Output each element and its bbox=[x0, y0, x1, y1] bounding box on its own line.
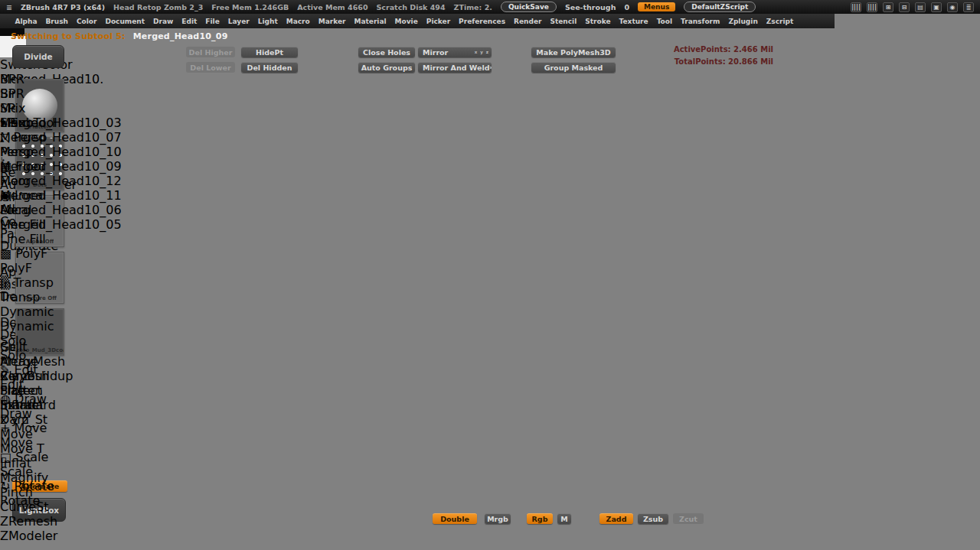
mirror-weld-axis-toggles[interactable]: x y z bbox=[489, 65, 492, 70]
shelf-toggle-box[interactable]: Dynamic bbox=[0, 304, 54, 319]
subtool-item[interactable]: Merged_Head10_03 bbox=[0, 116, 122, 130]
double-toggle[interactable]: Double bbox=[433, 513, 477, 524]
menu-item[interactable]: Alpha bbox=[11, 18, 41, 25]
menu-item[interactable]: Transform bbox=[677, 18, 724, 25]
menu-item[interactable]: Layer bbox=[224, 18, 253, 25]
zcut-toggle[interactable]: Zcut bbox=[673, 513, 704, 524]
menu-item[interactable]: Stencil bbox=[546, 18, 581, 25]
subtool-item[interactable]: Merged_Head10_06 bbox=[0, 203, 122, 217]
del-higher-button[interactable]: Del Higher bbox=[186, 47, 235, 57]
brush-item[interactable]: Pinch bbox=[0, 485, 73, 500]
subtool-name: Merged_Head10_06 bbox=[0, 203, 122, 217]
brush-item[interactable]: Flatten bbox=[0, 383, 73, 398]
shelf-toggle-label: PolyF bbox=[15, 246, 47, 261]
menu-item[interactable]: Preferences bbox=[455, 18, 510, 25]
menu-item[interactable]: Draw bbox=[149, 18, 178, 25]
shelf-toggle-box[interactable]: ▩ PolyF bbox=[0, 246, 54, 261]
menu-item[interactable]: Texture bbox=[615, 18, 652, 25]
menu-item[interactable]: File bbox=[201, 18, 224, 25]
brush-item[interactable]: Move bbox=[0, 427, 73, 441]
brush-item[interactable]: Dam_St bbox=[0, 412, 73, 427]
subtool-section-bar[interactable]: Merge bbox=[0, 354, 49, 369]
see-through-value[interactable]: 0 bbox=[624, 3, 629, 11]
mirror-and-weld-button[interactable]: Mirror And Weld x y z bbox=[418, 62, 492, 73]
free-mem-stat: Free Mem 1.246GB bbox=[211, 3, 289, 11]
divider-dock-icon[interactable]: ⊟ bbox=[899, 2, 910, 12]
del-lower-button[interactable]: Del Lower bbox=[186, 62, 235, 73]
menu-item[interactable]: Zplugin bbox=[724, 18, 762, 25]
mrgb-toggle[interactable]: Mrgb bbox=[485, 513, 511, 524]
tray-toggle-icon[interactable]: ≣ bbox=[963, 2, 974, 12]
simple-brush-thumbnail[interactable] bbox=[906, 17, 926, 37]
menu-item[interactable]: Movie bbox=[390, 18, 422, 25]
shelf-toggle[interactable]: BPR BPR bbox=[0, 72, 54, 101]
subtool-item[interactable]: Merged_Head10_12 bbox=[0, 174, 122, 188]
close-holes-button[interactable]: Close Holes bbox=[358, 47, 415, 57]
brush-item[interactable]: Move T bbox=[0, 441, 73, 456]
shelf-toggle[interactable]: Dynamic Dynamic bbox=[0, 304, 54, 334]
subtool-item[interactable]: Merged_Head10_05 bbox=[0, 217, 122, 232]
brush-item[interactable]: Standard bbox=[0, 398, 73, 412]
brush-name: Flatten bbox=[0, 383, 73, 398]
shelf-toggle-box[interactable]: BPR bbox=[0, 72, 54, 86]
brush-item[interactable]: Inflat bbox=[0, 456, 73, 470]
menu-item[interactable]: Brush bbox=[41, 18, 72, 25]
geometry-palette-header[interactable]: Geometry bbox=[0, 340, 980, 354]
brush-item[interactable]: ClayBuildup bbox=[0, 369, 73, 383]
brush-name: ZModeler bbox=[0, 529, 73, 543]
menu-item[interactable]: Render bbox=[510, 18, 546, 25]
subtool-item[interactable]: Merged_Head10_07 bbox=[0, 130, 122, 145]
merged-tool-thumbnail[interactable] bbox=[931, 15, 957, 38]
movie-strip-icon[interactable]: |||| bbox=[867, 2, 877, 12]
lock-icon[interactable]: ▣ bbox=[931, 2, 942, 12]
add-palette-icon[interactable]: ⊞ bbox=[883, 2, 893, 12]
subtool-item[interactable]: Merged_Head10_11 bbox=[0, 188, 122, 203]
divide-button[interactable]: Divide bbox=[12, 45, 64, 68]
subtool-section-bar[interactable]: Split bbox=[0, 340, 49, 354]
m-toggle[interactable]: M bbox=[557, 513, 571, 524]
arraymesh-palette-header[interactable]: ArrayMesh bbox=[0, 354, 980, 369]
menu-item[interactable]: Document bbox=[101, 18, 149, 25]
menu-item[interactable]: Picker bbox=[422, 18, 454, 25]
brush-item[interactable]: ZRemesh bbox=[0, 514, 73, 529]
brush-item[interactable]: ZModeler bbox=[0, 529, 73, 543]
zsub-toggle[interactable]: Zsub bbox=[638, 513, 668, 524]
menu-item[interactable]: Edit bbox=[178, 18, 201, 25]
memory-icon[interactable]: ▤ bbox=[915, 2, 926, 12]
app-menu-icon[interactable]: ≡ bbox=[6, 3, 12, 11]
auto-groups-button[interactable]: Auto Groups bbox=[358, 62, 415, 73]
menus-toggle-button[interactable]: Menus bbox=[638, 2, 675, 11]
make-polymesh3d-button[interactable]: Make PolyMesh3D bbox=[531, 47, 616, 57]
menu-item[interactable]: Light bbox=[253, 18, 282, 25]
record-icon[interactable]: ◉ bbox=[947, 2, 958, 12]
subtool-item-body: Merged_Head10_11 bbox=[0, 188, 122, 203]
menu-item[interactable]: Stroke bbox=[581, 18, 615, 25]
menu-item[interactable]: Zscript bbox=[762, 18, 798, 25]
hidept-button[interactable]: HidePt bbox=[241, 47, 298, 57]
mirror-axis-toggles[interactable]: x y z bbox=[475, 50, 492, 54]
menu-item[interactable]: Marker bbox=[314, 18, 350, 25]
menu-item[interactable]: Macro bbox=[282, 18, 314, 25]
menu-item[interactable]: Color bbox=[72, 18, 101, 25]
del-hidden-button[interactable]: Del Hidden bbox=[241, 62, 298, 73]
mirror-button[interactable]: Mirror x y z bbox=[418, 47, 492, 57]
menu-item[interactable]: Tool bbox=[652, 18, 676, 25]
group-masked-button[interactable]: Group Masked bbox=[531, 62, 616, 73]
zadd-toggle[interactable]: Zadd bbox=[599, 513, 633, 524]
brush-item[interactable]: Magnify bbox=[0, 470, 73, 485]
subtool-name: Merged_Head10_12 bbox=[0, 174, 122, 188]
shelf-toggle[interactable]: ▩ PolyF PolyF bbox=[0, 246, 54, 275]
quicksave-button[interactable]: QuickSave bbox=[501, 2, 557, 12]
menu-item[interactable]: Material bbox=[350, 18, 390, 25]
shelf-toggle[interactable]: ▒ Transp Transp bbox=[0, 275, 54, 304]
default-zscript-button[interactable]: DefaultZScript bbox=[684, 2, 756, 12]
shelf-toggle-box[interactable]: SPix bbox=[0, 101, 54, 116]
tutorial-strip-icon[interactable]: |||| bbox=[851, 2, 861, 12]
shelf-toggle-box[interactable]: ▒ Transp bbox=[0, 275, 54, 290]
app-title: ZBrush 4R7 P3 (x64) bbox=[21, 3, 105, 11]
rgb-toggle[interactable]: Rgb bbox=[527, 513, 553, 524]
subtool-item[interactable]: Merged_Head10_10 bbox=[0, 145, 122, 159]
brush-item[interactable]: CurveSt bbox=[0, 500, 73, 514]
subtool-item[interactable]: Merged_Head10_09 bbox=[0, 159, 122, 174]
shelf-toggle-sublabel: Transp bbox=[0, 290, 40, 304]
